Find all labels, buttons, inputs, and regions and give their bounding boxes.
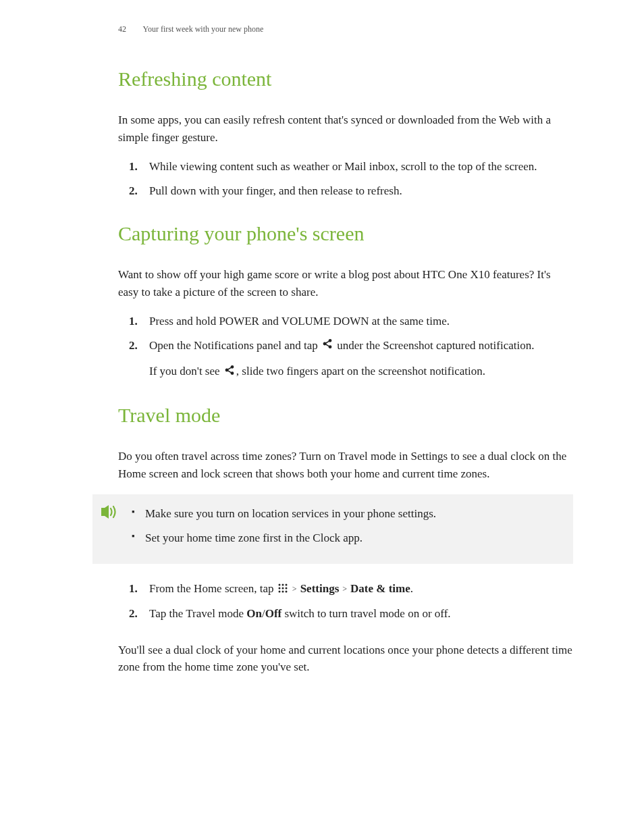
step-subtext: If you don't see , slide two fingers apa… <box>149 363 573 381</box>
page-header: 42 Your first week with your new phone <box>118 23 573 35</box>
svg-line-3 <box>325 341 329 343</box>
share-icon <box>224 363 235 381</box>
tip-text: Make sure you turn on location services … <box>145 507 436 520</box>
list-item: 2. Tap the Travel mode On/Off switch to … <box>145 605 573 623</box>
step-list: 1.While viewing content such as weather … <box>118 158 573 199</box>
list-item: Make sure you turn on location services … <box>132 505 560 523</box>
page-number: 42 <box>118 24 126 34</box>
svg-point-2 <box>329 346 331 348</box>
svg-point-13 <box>278 587 280 589</box>
tip-list: Make sure you turn on location services … <box>132 505 560 546</box>
chevron-right-icon: > <box>340 584 349 594</box>
share-icon <box>322 337 333 355</box>
svg-point-1 <box>323 342 325 344</box>
svg-point-12 <box>285 583 287 585</box>
label-off: Off <box>265 607 282 620</box>
tip-box: Make sure you turn on location services … <box>92 494 573 564</box>
step-text: From the Home screen, tap > Settings > D… <box>149 582 413 595</box>
svg-point-17 <box>281 590 284 592</box>
section-outro: You'll see a dual clock of your home and… <box>118 642 573 676</box>
tip-icon <box>99 504 119 525</box>
list-item: Set your home time zone first in the Clo… <box>132 529 560 547</box>
list-item: 1.While viewing content such as weather … <box>145 158 573 176</box>
svg-point-10 <box>278 583 280 585</box>
section-intro: Do you often travel across time zones? T… <box>118 448 573 482</box>
chevron-right-icon: > <box>290 584 299 594</box>
tip-text: Set your home time zone first in the Clo… <box>145 531 363 544</box>
apps-grid-icon <box>278 581 288 598</box>
svg-point-16 <box>278 590 280 592</box>
step-text: Open the Notifications panel and tap und… <box>149 339 534 352</box>
svg-point-11 <box>281 583 284 585</box>
section-heading-refreshing: Refreshing content <box>118 63 573 94</box>
section-intro: In some apps, you can easily refresh con… <box>118 111 573 146</box>
svg-point-14 <box>281 587 284 589</box>
step-text: Pull down with your finger, and then rel… <box>149 184 402 197</box>
label-on: On <box>246 607 262 620</box>
svg-point-6 <box>225 369 227 371</box>
svg-line-9 <box>227 370 231 372</box>
svg-point-5 <box>231 365 233 367</box>
step-text: Press and hold POWER and VOLUME DOWN at … <box>149 315 450 328</box>
document-page: 42 Your first week with your new phone R… <box>0 0 644 676</box>
step-list: 1. From the Home screen, tap > Settings … <box>118 580 573 622</box>
section-heading-capturing: Capturing your phone's screen <box>118 218 573 249</box>
list-item: 1.Press and hold POWER and VOLUME DOWN a… <box>145 313 573 330</box>
step-text: While viewing content such as weather or… <box>149 160 537 173</box>
section-heading-travel: Travel mode <box>118 400 573 430</box>
list-item: 2. Open the Notifications panel and tap … <box>145 337 573 382</box>
section-intro: Want to show off your high game score or… <box>118 266 573 301</box>
menu-path-datetime: Date & time <box>350 582 410 595</box>
svg-point-0 <box>329 340 331 342</box>
menu-path-settings: Settings <box>300 582 340 595</box>
chapter-title: Your first week with your new phone <box>143 24 264 34</box>
svg-point-7 <box>231 372 233 374</box>
svg-line-4 <box>325 344 329 346</box>
list-item: 2.Pull down with your finger, and then r… <box>145 182 573 200</box>
svg-point-15 <box>285 587 287 589</box>
svg-point-18 <box>285 590 287 592</box>
svg-line-8 <box>227 367 231 369</box>
step-text: Tap the Travel mode On/Off switch to tur… <box>149 607 451 620</box>
list-item: 1. From the Home screen, tap > Settings … <box>145 580 573 598</box>
step-list: 1.Press and hold POWER and VOLUME DOWN a… <box>118 313 573 381</box>
